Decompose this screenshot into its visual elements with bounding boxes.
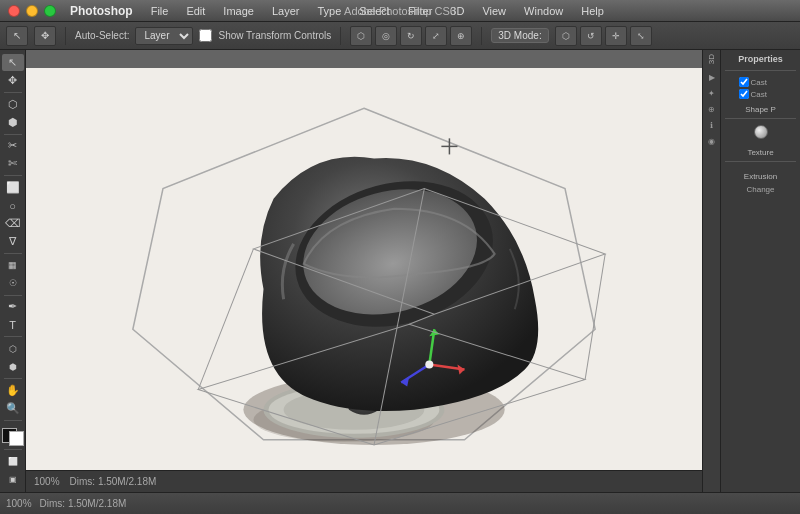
right-panels: 3D ▶ ✦ ⊕ ℹ ◉ Properties Cast Cast Shape … <box>702 50 800 492</box>
tool-sep6 <box>4 336 22 337</box>
change-label: Change <box>746 185 774 194</box>
tool-heal[interactable]: ⬜ <box>2 179 24 196</box>
close-button[interactable] <box>8 5 20 17</box>
cast-shadows-1[interactable]: Cast <box>739 77 783 87</box>
tool-sep5 <box>4 295 22 296</box>
tool-arrow-icon[interactable]: ↖ <box>6 26 28 46</box>
tool-hand[interactable]: ✋ <box>2 382 24 399</box>
extrusion-label: Extrusion <box>744 172 777 181</box>
adobe-title: Adobe Photoshop CS6 <box>344 5 456 17</box>
3d-icon-5[interactable]: ⊕ <box>450 26 472 46</box>
cast-check-2[interactable] <box>739 89 749 99</box>
tool-sep1 <box>4 92 22 93</box>
tool-sep7 <box>4 378 22 379</box>
tool-dodge[interactable]: ☉ <box>2 275 24 292</box>
tool-zoom[interactable]: 🔍 <box>2 400 24 417</box>
right-3d-strip: 3D ▶ ✦ ⊕ ℹ ◉ <box>702 50 720 492</box>
status-bar: 100% Dims: 1.50M/2.18M <box>26 470 702 492</box>
minimize-button[interactable] <box>26 5 38 17</box>
bottom-zoom: 100% <box>6 498 32 509</box>
strip-btn-5[interactable]: ◉ <box>705 134 719 148</box>
3d-scene-svg: ↻ <box>26 68 702 470</box>
3d-mode-icon-4[interactable]: ⤡ <box>630 26 652 46</box>
cast-label-1: Cast <box>751 78 767 87</box>
tool-crop[interactable]: ✂ <box>2 137 24 154</box>
dims-info: Dims: 1.50M/2.18M <box>70 476 157 487</box>
3d-icon-1[interactable]: ⬡ <box>350 26 372 46</box>
menu-file[interactable]: File <box>143 3 177 19</box>
3d-mode-icon-2[interactable]: ↺ <box>580 26 602 46</box>
3d-mode-label: 3D Mode: <box>491 28 548 43</box>
tool-clone[interactable]: ⌫ <box>2 215 24 232</box>
transform-checkbox[interactable] <box>199 29 212 42</box>
color-swatches[interactable] <box>2 428 24 447</box>
properties-title: Properties <box>738 54 783 64</box>
bottom-dims: Dims: 1.50M/2.18M <box>40 498 127 509</box>
right-properties-panel: Properties Cast Cast Shape P Texture Ext… <box>720 50 800 492</box>
tool-path[interactable]: ⬡ <box>2 340 24 357</box>
transform-label: Show Transform Controls <box>218 30 331 41</box>
tool-select[interactable]: ↖ <box>2 54 24 71</box>
title-bar: Photoshop File Edit Image Layer Type Sel… <box>0 0 800 22</box>
options-bar: ↖ ✥ Auto-Select: Layer Group Show Transf… <box>0 22 800 50</box>
main-canvas: ↻ <box>26 68 702 470</box>
tool-shape[interactable]: ⬢ <box>2 358 24 375</box>
zoom-level: 100% <box>34 476 60 487</box>
shape-p-label: Shape P <box>745 105 776 114</box>
strip-btn-4[interactable]: ℹ <box>705 118 719 132</box>
background-swatch[interactable] <box>9 431 24 446</box>
sphere-icon <box>754 125 768 139</box>
tool-mask[interactable]: ⬜ <box>2 453 24 470</box>
tool-sep9 <box>4 449 22 450</box>
tool-magic[interactable]: ⬢ <box>2 114 24 131</box>
tool-frame[interactable]: ▣ <box>2 471 24 488</box>
autolect-select[interactable]: Layer Group <box>135 27 193 45</box>
3d-strip-label: 3D <box>707 54 716 64</box>
sep2 <box>725 118 796 119</box>
tool-history[interactable]: ∇ <box>2 233 24 250</box>
tool-move-icon[interactable]: ✥ <box>34 26 56 46</box>
app-name: Photoshop <box>70 4 133 18</box>
separator <box>65 27 66 45</box>
menu-edit[interactable]: Edit <box>178 3 213 19</box>
properties-separator <box>725 70 796 71</box>
left-toolbar: ↖ ✥ ⬡ ⬢ ✂ ✄ ⬜ ○ ⌫ ∇ ▦ ☉ ✒ T ⬡ ⬢ ✋ 🔍 ⬜ ▣ <box>0 50 26 492</box>
bottom-bar: 100% Dims: 1.50M/2.18M <box>0 492 800 514</box>
main-layout: ↖ ✥ ⬡ ⬢ ✂ ✄ ⬜ ○ ⌫ ∇ ▦ ☉ ✒ T ⬡ ⬢ ✋ 🔍 ⬜ ▣ <box>0 50 800 492</box>
separator2 <box>340 27 341 45</box>
menu-view[interactable]: View <box>474 3 514 19</box>
tool-sep2 <box>4 134 22 135</box>
strip-btn-3[interactable]: ⊕ <box>705 102 719 116</box>
canvas-area: Untitled-1 @ 100% (glass, RGB/8) * ✕ <box>26 50 702 492</box>
menu-window[interactable]: Window <box>516 3 571 19</box>
cast-label-2: Cast <box>751 90 767 99</box>
cast-shadows-2[interactable]: Cast <box>739 89 783 99</box>
tool-brush[interactable]: ○ <box>2 197 24 214</box>
cast-check-1[interactable] <box>739 77 749 87</box>
separator3 <box>481 27 482 45</box>
tool-pen[interactable]: ✒ <box>2 298 24 315</box>
strip-btn-1[interactable]: ▶ <box>705 70 719 84</box>
svg-point-41 <box>425 360 433 368</box>
menu-image[interactable]: Image <box>215 3 262 19</box>
3d-mode-icon-1[interactable]: ⬡ <box>555 26 577 46</box>
sphere-icon-row[interactable] <box>754 125 768 139</box>
tool-sep8 <box>4 420 22 421</box>
tool-type[interactable]: T <box>2 316 24 333</box>
3d-icon-2[interactable]: ◎ <box>375 26 397 46</box>
strip-btn-2[interactable]: ✦ <box>705 86 719 100</box>
menu-help[interactable]: Help <box>573 3 612 19</box>
tool-eyedrop[interactable]: ✄ <box>2 155 24 172</box>
tool-gradient[interactable]: ▦ <box>2 257 24 274</box>
3d-icon-3[interactable]: ↻ <box>400 26 422 46</box>
maximize-button[interactable] <box>44 5 56 17</box>
tool-lasso[interactable]: ⬡ <box>2 96 24 113</box>
tool-sep3 <box>4 175 22 176</box>
sep3 <box>725 161 796 162</box>
menu-layer[interactable]: Layer <box>264 3 308 19</box>
tool-move[interactable]: ✥ <box>2 72 24 89</box>
3d-mode-icon-3[interactable]: ✛ <box>605 26 627 46</box>
texture-label: Texture <box>747 148 773 157</box>
autolabel: Auto-Select: <box>75 30 129 41</box>
3d-icon-4[interactable]: ⤢ <box>425 26 447 46</box>
